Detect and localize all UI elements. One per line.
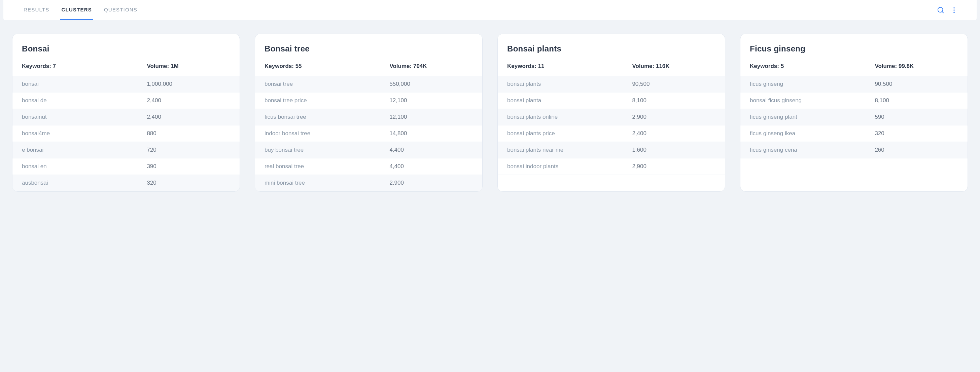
keyword-row[interactable]: bonsai4me880 <box>13 126 240 142</box>
keyword-row[interactable]: ficus ginseng plant590 <box>740 109 967 126</box>
cluster-scroll[interactable]: BonsaiKeywords: 7Volume: 1Mbonsai1,000,0… <box>13 34 240 191</box>
keyword-volume: 90,500 <box>632 81 716 87</box>
keyword-volume: 2,400 <box>147 114 230 121</box>
cluster-scroll[interactable]: Ficus ginsengKeywords: 5Volume: 99.8Kfic… <box>740 34 967 158</box>
keyword-row[interactable]: ficus bonsai tree12,100 <box>255 109 482 126</box>
cluster-card: Bonsai plantsKeywords: 11Volume: 116Kbon… <box>497 33 725 192</box>
stat-volume: Volume: 704K <box>390 63 473 70</box>
cluster-title: Ficus ginseng <box>750 44 958 54</box>
tab-questions[interactable]: QUESTIONS <box>103 0 138 20</box>
keyword-list: bonsai1,000,000bonsai de2,400bonsainut2,… <box>13 76 240 191</box>
keyword-name: bonsai plants <box>507 81 632 87</box>
keyword-row[interactable]: ficus ginseng90,500 <box>740 76 967 92</box>
keyword-row[interactable]: bonsai en390 <box>13 158 240 175</box>
svg-line-1 <box>942 11 943 13</box>
keyword-name: bonsai de <box>22 97 147 104</box>
keyword-row[interactable]: ficus ginseng cena260 <box>740 142 967 158</box>
cluster-title: Bonsai tree <box>264 44 473 54</box>
header-actions <box>937 6 958 14</box>
keyword-name: bonsai ficus ginseng <box>750 97 875 104</box>
keyword-row[interactable]: real bonsai tree4,400 <box>255 158 482 175</box>
tab-results[interactable]: RESULTS <box>22 0 51 20</box>
keyword-name: real bonsai tree <box>264 163 390 170</box>
keyword-row[interactable]: bonsai plants near me1,600 <box>498 142 725 158</box>
more-menu-icon[interactable] <box>950 6 958 14</box>
stat-keywords: Keywords: 11 <box>507 63 632 70</box>
cluster-stats: Keywords: 11Volume: 116K <box>498 57 725 76</box>
keyword-row[interactable]: indoor bonsai tree14,800 <box>255 126 482 142</box>
keyword-row[interactable]: mini bonsai tree2,900 <box>255 175 482 191</box>
keyword-row[interactable]: bonsai1,000,000 <box>13 76 240 92</box>
cluster-stats: Keywords: 5Volume: 99.8K <box>740 57 967 76</box>
keyword-name: buy bonsai tree <box>264 147 390 153</box>
keyword-name: ficus ginseng ikea <box>750 130 875 137</box>
keyword-volume: 1,600 <box>632 147 716 153</box>
keyword-row[interactable]: bonsai de2,400 <box>13 92 240 109</box>
keyword-name: indoor bonsai tree <box>264 130 390 137</box>
stat-keywords: Keywords: 55 <box>264 63 390 70</box>
tabs-nav: RESULTS CLUSTERS QUESTIONS <box>22 0 138 20</box>
keyword-row[interactable]: ausbonsai320 <box>13 175 240 191</box>
keyword-name: ficus ginseng cena <box>750 147 875 153</box>
keyword-row[interactable]: bonsai plants price2,400 <box>498 126 725 142</box>
keyword-name: bonsai indoor plants <box>507 163 632 170</box>
keyword-row[interactable]: ficus ginseng ikea320 <box>740 126 967 142</box>
keyword-row[interactable]: e bonsai720 <box>13 142 240 158</box>
keyword-name: ficus ginseng <box>750 81 875 87</box>
keyword-name: bonsai <box>22 81 147 87</box>
tab-clusters[interactable]: CLUSTERS <box>60 0 93 20</box>
keyword-volume: 4,400 <box>390 163 473 170</box>
cluster-header: Bonsai tree <box>255 34 482 57</box>
keyword-row[interactable]: bonsai ficus ginseng8,100 <box>740 92 967 109</box>
keyword-name: e bonsai <box>22 147 147 153</box>
stat-keywords: Keywords: 7 <box>22 63 147 70</box>
cluster-title: Bonsai plants <box>507 44 716 54</box>
keyword-name: ausbonsai <box>22 180 147 186</box>
keyword-list: bonsai plants90,500bonsai planta8,100bon… <box>498 76 725 175</box>
cluster-stats: Keywords: 7Volume: 1M <box>13 57 240 76</box>
keyword-name: bonsainut <box>22 114 147 121</box>
cluster-header: Bonsai plants <box>498 34 725 57</box>
keyword-volume: 390 <box>147 163 230 170</box>
keyword-name: bonsai en <box>22 163 147 170</box>
keyword-name: mini bonsai tree <box>264 180 390 186</box>
svg-point-2 <box>953 7 955 9</box>
cluster-header: Bonsai <box>13 34 240 57</box>
header-bar: RESULTS CLUSTERS QUESTIONS <box>3 0 977 20</box>
keyword-row[interactable]: buy bonsai tree4,400 <box>255 142 482 158</box>
keyword-row[interactable]: bonsai indoor plants2,900 <box>498 158 725 175</box>
keyword-name: bonsai plants near me <box>507 147 632 153</box>
keyword-volume: 2,900 <box>632 163 716 170</box>
keyword-list: ficus ginseng90,500bonsai ficus ginseng8… <box>740 76 967 158</box>
keyword-volume: 14,800 <box>390 130 473 137</box>
keyword-name: ficus bonsai tree <box>264 114 390 121</box>
stat-keywords: Keywords: 5 <box>750 63 875 70</box>
keyword-row[interactable]: bonsai tree price12,100 <box>255 92 482 109</box>
keyword-name: bonsai plants online <box>507 114 632 121</box>
keyword-row[interactable]: bonsainut2,400 <box>13 109 240 126</box>
keyword-volume: 2,400 <box>632 130 716 137</box>
keyword-volume: 8,100 <box>632 97 716 104</box>
keyword-volume: 880 <box>147 130 230 137</box>
stat-volume: Volume: 116K <box>632 63 716 70</box>
keyword-row[interactable]: bonsai plants online2,900 <box>498 109 725 126</box>
keyword-volume: 320 <box>147 180 230 186</box>
keyword-name: ficus ginseng plant <box>750 114 875 121</box>
keyword-name: bonsai4me <box>22 130 147 137</box>
keyword-volume: 12,100 <box>390 114 473 121</box>
cluster-stats: Keywords: 55Volume: 704K <box>255 57 482 76</box>
keyword-list: bonsai tree550,000bonsai tree price12,10… <box>255 76 482 191</box>
stat-volume: Volume: 99.8K <box>875 63 958 70</box>
keyword-name: bonsai tree <box>264 81 390 87</box>
keyword-row[interactable]: bonsai planta8,100 <box>498 92 725 109</box>
keyword-name: bonsai plants price <box>507 130 632 137</box>
keyword-row[interactable]: bonsai plants90,500 <box>498 76 725 92</box>
cluster-scroll[interactable]: Bonsai treeKeywords: 55Volume: 704Kbonsa… <box>255 34 482 191</box>
keyword-volume: 1,000,000 <box>147 81 230 87</box>
cluster-scroll[interactable]: Bonsai plantsKeywords: 11Volume: 116Kbon… <box>498 34 725 175</box>
keyword-volume: 550,000 <box>390 81 473 87</box>
search-icon[interactable] <box>937 6 944 14</box>
keyword-row[interactable]: bonsai tree550,000 <box>255 76 482 92</box>
svg-point-4 <box>953 12 955 13</box>
keyword-name: bonsai tree price <box>264 97 390 104</box>
